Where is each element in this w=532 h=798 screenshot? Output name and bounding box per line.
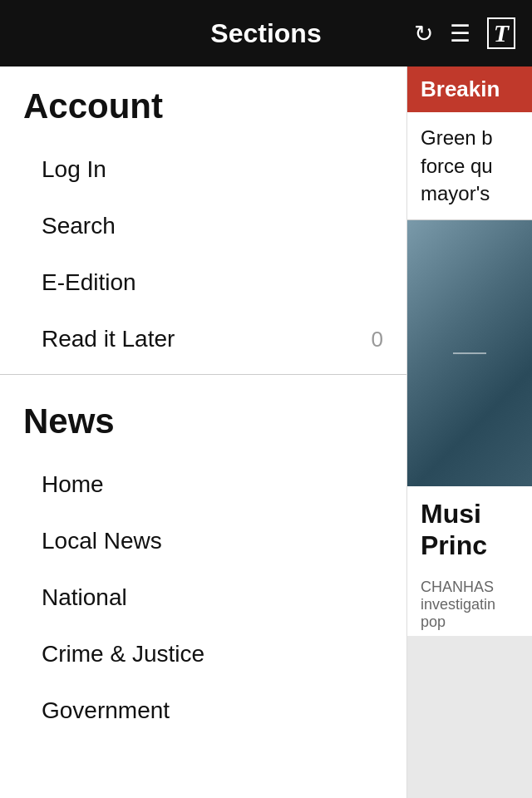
menu-item-login[interactable]: Log In <box>0 141 406 198</box>
header-icons: ↻ ☰ T <box>414 17 515 49</box>
menu-item-crime-justice-label: Crime & Justice <box>42 641 204 667</box>
header-title: Sections <box>210 18 321 49</box>
breaking-label: Breakin <box>421 76 500 101</box>
menu-item-read-later[interactable]: Read it Later 0 <box>0 311 406 367</box>
section-divider <box>0 374 406 375</box>
breaking-line2: force qu <box>421 152 519 180</box>
menu-item-government-label: Government <box>42 697 170 724</box>
menu-item-crime-justice[interactable]: Crime & Justice <box>0 626 406 682</box>
menu-item-login-label: Log In <box>42 156 106 183</box>
menu-item-home-label: Home <box>42 471 104 498</box>
sidebar: Account Log In Search E-Edition Read it … <box>0 66 407 798</box>
menu-item-home[interactable]: Home <box>0 456 406 513</box>
breaking-article-text[interactable]: Green b force qu mayor's <box>407 112 532 220</box>
main-layout: Account Log In Search E-Edition Read it … <box>0 66 532 798</box>
menu-item-national[interactable]: National <box>0 569 406 626</box>
menu-item-national-label: National <box>42 584 127 611</box>
reload-icon[interactable]: ↻ <box>414 20 433 47</box>
breaking-banner: Breakin <box>407 66 532 112</box>
article-title-line1: Musi <box>421 498 519 530</box>
byline-line3: pop <box>421 613 519 631</box>
menu-item-search[interactable]: Search <box>0 198 406 254</box>
menu-item-read-later-label: Read it Later <box>42 326 175 352</box>
menu-item-local-news[interactable]: Local News <box>0 513 406 569</box>
brand-icon[interactable]: T <box>487 17 515 49</box>
byline-line2: investigatin <box>421 596 519 613</box>
breaking-line3: mayor's <box>421 180 519 208</box>
header: Sections ↻ ☰ T <box>0 0 532 66</box>
news-section-header: News <box>0 382 406 456</box>
menu-item-local-news-label: Local News <box>42 528 162 554</box>
article-image <box>407 220 532 486</box>
breaking-line1: Green b <box>421 124 519 152</box>
account-section-header: Account <box>0 66 406 141</box>
byline-line1: CHANHAS <box>421 579 519 596</box>
menu-item-eedition[interactable]: E-Edition <box>0 254 406 311</box>
right-panel: Breakin Green b force qu mayor's Musi Pr… <box>407 66 532 798</box>
article-title[interactable]: Musi Princ <box>407 486 532 574</box>
menu-item-government[interactable]: Government <box>0 682 406 739</box>
article-title-line2: Princ <box>421 530 519 561</box>
menu-item-search-label: Search <box>42 213 116 239</box>
article-byline: CHANHAS investigatin pop <box>407 574 532 636</box>
hamburger-icon[interactable]: ☰ <box>450 20 470 47</box>
menu-item-eedition-label: E-Edition <box>42 269 136 296</box>
read-later-badge: 0 <box>372 327 383 352</box>
